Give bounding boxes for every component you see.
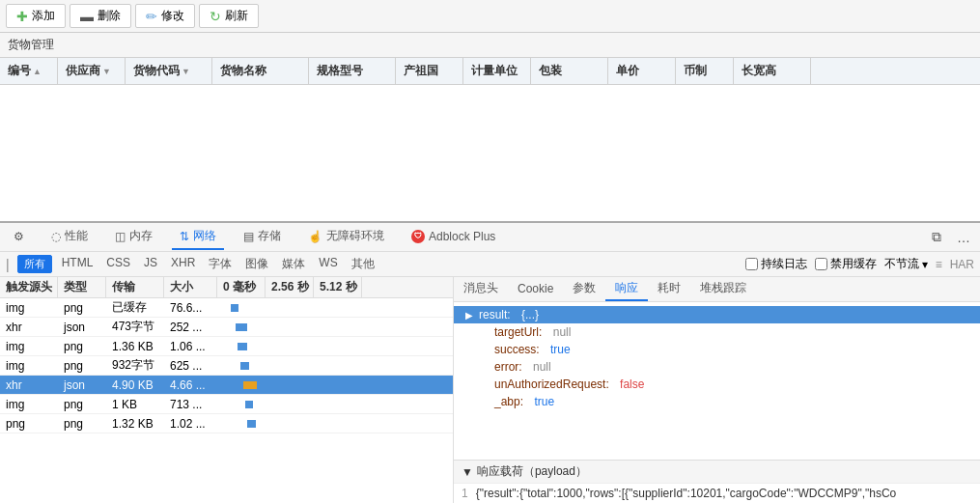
- tree-item[interactable]: error: null: [454, 358, 980, 376]
- th-currency[interactable]: 币制: [676, 58, 734, 84]
- nl-size: 4.66 ...: [164, 377, 217, 393]
- th-package[interactable]: 包装: [531, 58, 608, 84]
- devtools-tab-tools[interactable]: ⚙: [6, 226, 32, 249]
- delete-button[interactable]: ▬ 删除: [70, 4, 131, 28]
- nl-size: 1.06 ...: [164, 339, 217, 354]
- nl-trigger: xhr: [0, 320, 58, 335]
- edit-icon: ✏: [146, 9, 157, 24]
- detail-tab-response[interactable]: 响应: [605, 277, 648, 301]
- th-unit[interactable]: 计量单位: [463, 58, 531, 84]
- filter-html[interactable]: HTML: [56, 255, 99, 273]
- th-origin[interactable]: 产祖国: [396, 58, 463, 84]
- timeline-bar: [243, 381, 257, 389]
- filter-all-button[interactable]: 所有: [17, 255, 52, 273]
- expand-arrow: ▶: [465, 310, 475, 321]
- th-supplier[interactable]: 供应商 ▼: [58, 58, 126, 84]
- har-label: ≡: [936, 258, 942, 271]
- devtools-tab-memory[interactable]: ◫ 内存: [107, 224, 160, 250]
- disable-cache-checkbox[interactable]: [815, 258, 827, 270]
- sort-icon-id: ▲: [33, 67, 42, 76]
- filter-toggle-icon[interactable]: |: [6, 257, 10, 272]
- nl-timeline: [217, 397, 362, 412]
- tree-key: result:: [479, 308, 511, 321]
- tree-item[interactable]: unAuthorizedRequest: false: [454, 376, 980, 393]
- filter-xhr[interactable]: XHR: [165, 255, 201, 273]
- persist-log-label[interactable]: 持续日志: [745, 256, 807, 272]
- filter-other[interactable]: 其他: [346, 255, 380, 273]
- network-row[interactable]: img png 932字节 625 ...: [0, 356, 453, 376]
- th-code[interactable]: 货物代码 ▼: [126, 58, 212, 84]
- nl-size: 625 ...: [164, 358, 217, 374]
- timeline-bar: [236, 323, 247, 331]
- nl-timeline: [217, 358, 362, 374]
- detail-tab-cookie[interactable]: Cookie: [508, 279, 563, 300]
- timeline-bar: [231, 304, 238, 312]
- sort-icon-supplier: ▼: [102, 67, 111, 76]
- tree-key: _abp:: [494, 395, 523, 408]
- tree-item[interactable]: success: true: [454, 341, 980, 358]
- filter-css[interactable]: CSS: [100, 255, 136, 273]
- response-tree: ▶ result: {...} targetUrl: null success:…: [454, 302, 980, 460]
- disable-cache-label[interactable]: 禁用缓存: [815, 256, 877, 272]
- network-row[interactable]: xhr json 4.90 KB 4.66 ...: [0, 376, 453, 395]
- th-dimensions[interactable]: 长宽高: [734, 58, 811, 84]
- filter-font[interactable]: 字体: [203, 255, 238, 273]
- toolbar: ✚ 添加 ▬ 删除 ✏ 修改 ↻ 刷新: [0, 0, 980, 33]
- detail-tab-timing[interactable]: 耗时: [648, 277, 690, 301]
- nl-timeline: [217, 320, 362, 335]
- devtools-tab-performance[interactable]: ◌ 性能: [43, 224, 96, 250]
- filter-right: 持续日志 禁用缓存 不节流 ▾ ≡ HAR: [745, 256, 974, 272]
- devtools-tab-network[interactable]: ⇅ 网络: [172, 224, 224, 250]
- filter-image[interactable]: 图像: [239, 255, 274, 273]
- network-icon: ⇅: [180, 230, 189, 243]
- tree-val: {...}: [521, 308, 539, 321]
- devtools-tab-storage[interactable]: ▤ 存储: [236, 224, 289, 250]
- network-row[interactable]: png png 1.32 KB 1.02 ...: [0, 414, 453, 433]
- tree-val: true: [534, 395, 554, 408]
- more-icon[interactable]: …: [953, 228, 974, 247]
- no-throttle-label[interactable]: 不节流 ▾: [884, 256, 928, 272]
- devtools-tab-adblock[interactable]: 🛡 Adblock Plus: [404, 226, 503, 249]
- network-row[interactable]: img png 1 KB 713 ...: [0, 395, 453, 414]
- line-number: 1: [462, 487, 468, 500]
- adblock-icon: 🛡: [411, 230, 425, 243]
- nl-size: 76.6...: [164, 300, 217, 316]
- storage-icon: ▤: [243, 230, 254, 243]
- tree-item[interactable]: ▶ result: {...}: [454, 306, 980, 323]
- detail-tab-params[interactable]: 参数: [563, 277, 605, 301]
- th-spec[interactable]: 规格型号: [309, 58, 396, 84]
- payload-content: 1{"result":{"total":1000,"rows":[{"suppl…: [454, 483, 980, 503]
- nl-timeline: [217, 377, 362, 393]
- network-row[interactable]: xhr json 473字节 252 ...: [0, 318, 453, 337]
- table-body: [0, 85, 980, 230]
- edit-button[interactable]: ✏ 修改: [135, 4, 195, 28]
- devtools-topbar-right: ⧉ …: [928, 227, 974, 247]
- nl-transfer: 1.36 KB: [106, 339, 164, 354]
- network-list-body: img png 已缓存 76.6... xhr json 473字节 252 .…: [0, 298, 453, 503]
- filter-media[interactable]: 媒体: [276, 255, 311, 273]
- nl-timeline: [217, 339, 362, 354]
- network-list-header: 触发源头 类型 传输 大小 0 毫秒 2.56 秒 5.12 秒: [0, 277, 453, 298]
- main-table-area: 编号 ▲ 供应商 ▼ 货物代码 ▼ 货物名称 规格型号 产祖国 计量单位 包装 …: [0, 57, 980, 231]
- th-name[interactable]: 货物名称: [212, 58, 309, 84]
- persist-log-checkbox[interactable]: [745, 258, 758, 270]
- detail-tab-headers[interactable]: 消息头: [454, 277, 508, 301]
- nl-type: png: [58, 358, 106, 374]
- devtools-tab-accessibility[interactable]: ☝ 无障碍环境: [300, 224, 392, 250]
- detail-tab-stack[interactable]: 堆栈跟踪: [690, 277, 756, 301]
- network-row[interactable]: img png 1.36 KB 1.06 ...: [0, 337, 453, 356]
- copy-icon[interactable]: ⧉: [928, 227, 945, 247]
- tree-item[interactable]: targetUrl: null: [454, 323, 980, 341]
- filter-ws[interactable]: WS: [313, 255, 343, 273]
- nl-size: 1.02 ...: [164, 416, 217, 432]
- nl-trigger: img: [0, 339, 58, 354]
- tree-item[interactable]: _abp: true: [454, 393, 980, 410]
- filter-js[interactable]: JS: [138, 255, 163, 273]
- th-id[interactable]: 编号 ▲: [0, 58, 58, 84]
- th-price[interactable]: 单价: [608, 58, 676, 84]
- add-button[interactable]: ✚ 添加: [6, 4, 66, 28]
- network-row[interactable]: img png 已缓存 76.6...: [0, 298, 453, 318]
- nl-type: png: [58, 339, 106, 354]
- nl-transfer: 932字节: [106, 356, 164, 375]
- refresh-button[interactable]: ↻ 刷新: [199, 4, 259, 28]
